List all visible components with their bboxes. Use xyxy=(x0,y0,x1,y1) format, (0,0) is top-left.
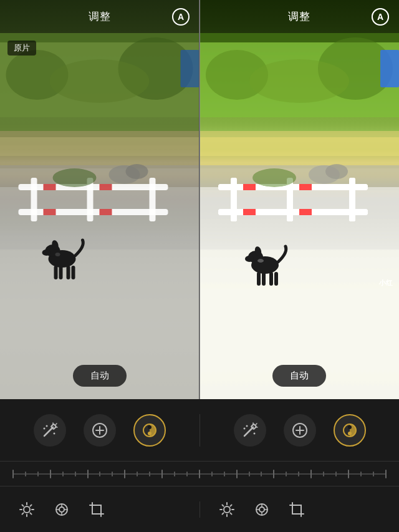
svg-point-63 xyxy=(325,164,348,179)
svg-line-84 xyxy=(256,423,257,425)
svg-point-69 xyxy=(44,427,46,429)
svg-rect-24 xyxy=(54,266,58,279)
magic-wand-icon-right xyxy=(242,422,258,438)
slider-tick xyxy=(249,472,250,476)
slider-tick xyxy=(373,472,374,476)
auto-button-left[interactable]: 自动 xyxy=(73,365,127,387)
svg-line-120 xyxy=(223,513,224,514)
svg-point-77 xyxy=(148,425,151,429)
slider-tick xyxy=(323,472,324,476)
brightness-icon-right[interactable] xyxy=(219,501,235,518)
panel-left: 调整 A 原片 自动 xyxy=(0,0,200,399)
right-header-icon[interactable]: A xyxy=(372,8,389,26)
plus-enhance-right[interactable] xyxy=(284,414,316,447)
adj-row xyxy=(0,486,399,532)
svg-point-78 xyxy=(148,432,151,435)
svg-rect-45 xyxy=(231,178,237,221)
svg-point-22 xyxy=(42,249,51,256)
svg-line-98 xyxy=(22,505,24,506)
brightness-icon-left[interactable] xyxy=(19,501,35,518)
svg-rect-59 xyxy=(274,272,278,286)
svg-point-81 xyxy=(246,425,248,427)
slider-dots xyxy=(12,470,387,478)
watermark: 小红 xyxy=(379,278,393,288)
slider-tick xyxy=(224,472,225,476)
svg-line-118 xyxy=(230,513,231,514)
svg-rect-56 xyxy=(257,272,261,286)
svg-line-119 xyxy=(230,505,231,506)
left-header-icon[interactable]: A xyxy=(172,8,190,26)
right-title: 调整 xyxy=(288,9,310,24)
slider-tick xyxy=(137,472,138,476)
svg-point-37 xyxy=(249,59,349,103)
plus-circle-icon-right xyxy=(291,422,309,439)
tone-curve-icon-left xyxy=(141,422,158,439)
crop-icon-left[interactable] xyxy=(89,501,105,518)
svg-rect-51 xyxy=(299,209,312,215)
crop-icon-right[interactable] xyxy=(289,501,305,518)
left-title: 调整 xyxy=(89,9,111,24)
plus-enhance-left[interactable] xyxy=(84,414,116,447)
controls-area xyxy=(0,399,399,532)
slider-tick xyxy=(62,472,64,476)
svg-rect-19 xyxy=(100,209,112,215)
tone-curve-right[interactable] xyxy=(334,414,366,447)
svg-line-100 xyxy=(30,505,31,506)
svg-point-93 xyxy=(24,506,30,513)
slider-tick xyxy=(50,470,51,478)
auto-button-right[interactable]: 自动 xyxy=(272,365,326,387)
tools-right xyxy=(200,414,399,447)
retouch-icon-left[interactable] xyxy=(54,501,70,518)
svg-line-99 xyxy=(30,513,31,514)
svg-line-70 xyxy=(55,423,57,425)
svg-line-117 xyxy=(223,505,224,506)
slider-track[interactable] xyxy=(12,473,387,475)
slider-tick xyxy=(310,470,312,478)
svg-point-31 xyxy=(126,164,148,179)
tone-curve-left[interactable] xyxy=(133,414,166,447)
svg-rect-15 xyxy=(150,178,156,221)
slider-tick xyxy=(385,470,387,478)
slider-tick xyxy=(261,472,262,476)
svg-point-122 xyxy=(259,507,264,512)
svg-point-5 xyxy=(50,59,150,103)
svg-rect-48 xyxy=(243,184,256,190)
tools-row xyxy=(0,399,399,462)
slider-tick xyxy=(360,472,362,476)
slider-tick xyxy=(199,470,200,478)
magic-wand-left[interactable] xyxy=(34,414,66,447)
svg-rect-57 xyxy=(262,272,266,286)
slider-tick xyxy=(186,472,188,476)
svg-point-103 xyxy=(59,507,64,512)
retouch-icon-right[interactable] xyxy=(254,501,270,518)
tools-left xyxy=(0,414,200,447)
slider-tick xyxy=(211,472,213,476)
svg-point-64 xyxy=(252,168,296,187)
slider-tick xyxy=(298,472,299,476)
slider-tick xyxy=(174,472,175,476)
svg-rect-16 xyxy=(44,184,56,190)
svg-rect-27 xyxy=(72,266,75,279)
svg-rect-25 xyxy=(59,266,63,279)
slider-tick xyxy=(273,470,274,478)
slider-tick xyxy=(25,472,26,476)
slider-tick xyxy=(12,470,14,478)
svg-rect-50 xyxy=(243,209,256,215)
photo-comparison-area: 调整 A 原片 自动 xyxy=(0,0,399,399)
slider-tick xyxy=(149,472,150,476)
slider-row[interactable] xyxy=(0,462,399,486)
svg-rect-47 xyxy=(349,178,355,221)
svg-point-92 xyxy=(348,432,352,435)
slider-tick xyxy=(112,472,113,476)
svg-point-68 xyxy=(54,432,55,434)
slider-tick xyxy=(286,472,287,476)
scene-right-svg xyxy=(200,0,399,399)
app-container: 调整 A 原片 自动 xyxy=(0,0,399,532)
svg-point-32 xyxy=(53,168,97,187)
magic-wand-right[interactable] xyxy=(234,414,266,447)
plus-circle-icon-left xyxy=(91,422,108,439)
slider-tick xyxy=(236,470,238,478)
slider-tick xyxy=(348,470,349,478)
slider-tick xyxy=(75,472,76,476)
slider-tick xyxy=(335,472,337,476)
